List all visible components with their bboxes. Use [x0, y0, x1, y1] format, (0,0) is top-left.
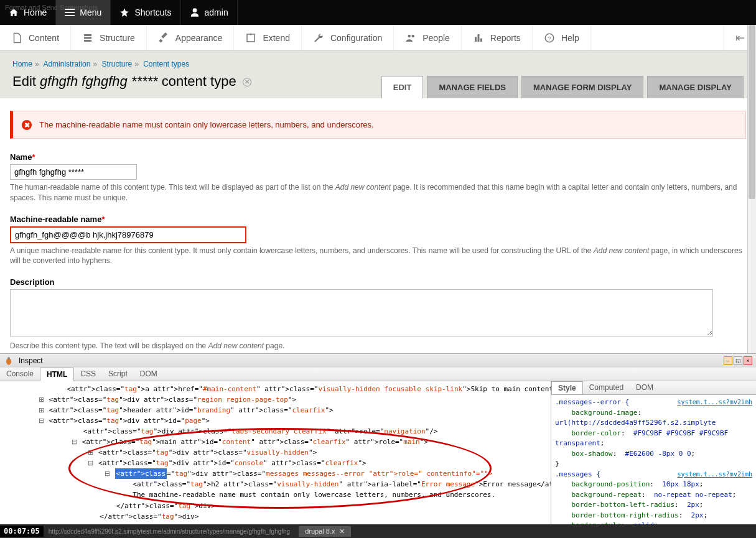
- watermark-text: Format and Send Screenshots: [5, 4, 98, 11]
- wrench-icon: [313, 32, 324, 44]
- primary-tabs: EDIT MANAGE FIELDS MANAGE FORM DISPLAY M…: [381, 76, 744, 98]
- error-message-box: ✖ The machine-readable name must contain…: [10, 111, 746, 139]
- firebug-panel: Inspect – ◱ × Console HTML CSS Script DO…: [0, 353, 756, 538]
- fb-tab-css[interactable]: CSS: [74, 368, 102, 381]
- firebug-style-body[interactable]: system.t...ss?mv2imh.messages--error { b…: [551, 395, 756, 538]
- puzzle-icon: [245, 32, 256, 44]
- breadcrumb-admin[interactable]: Administration: [43, 60, 90, 68]
- fb-tab-dom[interactable]: DOM: [134, 368, 164, 381]
- page-header: Home» Administration» Structure» Content…: [0, 51, 756, 98]
- tab-manage-form-display[interactable]: MANAGE FORM DISPLAY: [521, 76, 643, 98]
- fb-style-tab-dom[interactable]: DOM: [630, 381, 660, 394]
- tab-manage-fields[interactable]: MANAGE FIELDS: [427, 76, 518, 98]
- star-icon: [119, 7, 129, 17]
- taskbar-task[interactable]: drupal 8.x ✕: [299, 526, 350, 537]
- form-item-name: Name* The human-readable name of this co…: [10, 152, 746, 203]
- admin-configuration[interactable]: Configuration: [302, 25, 394, 50]
- structure-icon: [82, 32, 93, 44]
- svg-point-1: [250, 33, 252, 35]
- people-icon: [405, 32, 416, 44]
- fb-style-tab-computed[interactable]: Computed: [583, 381, 630, 394]
- close-icon[interactable]: ✕: [243, 78, 251, 86]
- fb-tab-script[interactable]: Script: [102, 368, 134, 381]
- help-icon: ?: [544, 32, 555, 44]
- admin-menu: Content Structure Appearance Extend Conf…: [0, 25, 756, 51]
- os-taskbar: 00:07:05 http://sdcded4a9ff5296f.s2.simp…: [0, 524, 756, 538]
- toolbar-user-label: admin: [205, 7, 228, 17]
- taskbar-clock: 00:07:05: [0, 526, 44, 537]
- name-help: The human-readable name of this content …: [10, 182, 746, 203]
- breadcrumb-home[interactable]: Home: [12, 60, 32, 68]
- breadcrumb-content-types[interactable]: Content types: [143, 60, 189, 68]
- firebug-header: Inspect – ◱ ×: [0, 354, 756, 368]
- brush-icon: [158, 32, 169, 44]
- admin-extend[interactable]: Extend: [234, 25, 302, 50]
- name-label: Name*: [10, 152, 746, 162]
- main-content: ✖ The machine-readable name must contain…: [0, 98, 756, 366]
- svg-text:?: ?: [548, 34, 551, 41]
- user-icon: [190, 7, 200, 17]
- svg-rect-0: [247, 34, 254, 42]
- machine-help: A unique machine-readable name for this …: [10, 246, 746, 267]
- svg-point-3: [412, 34, 415, 37]
- admin-appearance[interactable]: Appearance: [147, 25, 235, 50]
- hamburger-icon: [65, 9, 75, 16]
- description-label: Description: [10, 277, 746, 287]
- breadcrumb: Home» Administration» Structure» Content…: [12, 60, 744, 68]
- admin-content[interactable]: Content: [0, 25, 71, 50]
- firebug-html-tree[interactable]: <attr">class="tag">a attr">href="#main-c…: [0, 381, 551, 538]
- fb-tab-console[interactable]: Console: [0, 368, 40, 381]
- firebug-minimize-icon[interactable]: –: [724, 356, 732, 365]
- firebug-close-icon[interactable]: ×: [744, 356, 752, 365]
- machine-name-input[interactable]: [10, 226, 246, 243]
- page-scrollbar[interactable]: [747, 25, 756, 353]
- admin-reports[interactable]: Reports: [462, 25, 533, 50]
- firebug-popout-icon[interactable]: ◱: [734, 356, 742, 365]
- firebug-tabs: Console HTML CSS Script DOM: [0, 368, 756, 381]
- svg-point-7: [7, 357, 10, 359]
- tab-manage-display[interactable]: MANAGE DISPLAY: [647, 76, 744, 98]
- tab-edit[interactable]: EDIT: [381, 76, 424, 98]
- firebug-title: Inspect: [19, 356, 43, 365]
- status-url: http://sdcded4a9ff5296f.s2.simplytest.me…: [44, 528, 295, 535]
- toolbar-shortcuts-label: Shortcuts: [134, 7, 171, 17]
- drupal-toolbar: Format and Send Screenshots Home Menu Sh…: [0, 0, 756, 25]
- error-text: The machine-readable name must contain o…: [39, 120, 374, 129]
- collapse-icon: ⇤: [735, 31, 745, 45]
- admin-structure[interactable]: Structure: [71, 25, 147, 50]
- toolbar-shortcuts[interactable]: Shortcuts: [111, 0, 180, 25]
- breadcrumb-structure[interactable]: Structure: [101, 60, 132, 68]
- toolbar-user[interactable]: admin: [181, 0, 238, 25]
- description-help: Describe this content type. The text wil…: [10, 341, 746, 351]
- firebug-icon: [4, 356, 14, 366]
- error-icon: ✖: [22, 120, 32, 130]
- fb-tab-html[interactable]: HTML: [40, 368, 74, 381]
- admin-people[interactable]: People: [394, 25, 462, 50]
- machine-label: Machine-readable name*: [10, 215, 746, 224]
- firebug-style-panel: Style Computed DOM system.t...ss?mv2imh.…: [551, 381, 756, 538]
- description-textarea[interactable]: [10, 289, 713, 336]
- reports-icon: [473, 32, 484, 44]
- file-icon: [11, 32, 22, 44]
- name-input[interactable]: [10, 164, 137, 180]
- form-item-description: Description Describe this content type. …: [10, 277, 746, 351]
- admin-help[interactable]: ?Help: [533, 25, 591, 50]
- svg-point-2: [408, 34, 411, 37]
- fb-style-tab-style[interactable]: Style: [551, 381, 583, 394]
- form-item-machine-name: Machine-readable name* A unique machine-…: [10, 215, 746, 267]
